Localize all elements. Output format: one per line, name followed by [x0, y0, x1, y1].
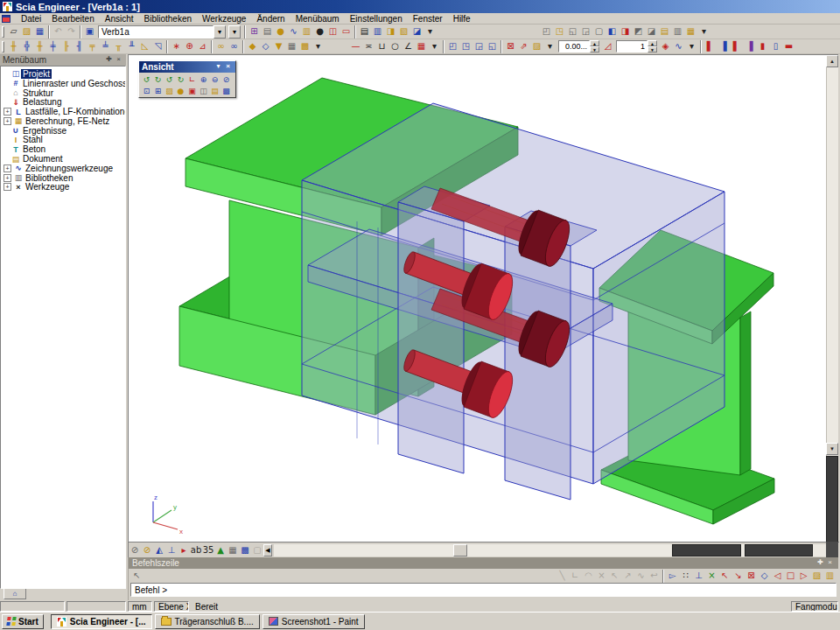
dropdown-arrow-icon[interactable]: ▾ [312, 40, 325, 53]
expand-icon[interactable]: + [4, 183, 11, 191]
hatch-tool-icon[interactable]: ▦ [415, 40, 428, 53]
ortho-icon[interactable]: ⊥ [692, 570, 705, 583]
snap-mid-icon[interactable]: × [705, 570, 718, 583]
terrain-icon[interactable]: ▲ [214, 544, 227, 556]
scrollbar-dark-thumb[interactable] [826, 456, 838, 542]
view-window-3-icon[interactable]: ◱ [566, 25, 579, 38]
member-2d-icon[interactable]: ◇ [259, 40, 272, 53]
copy-view-icon[interactable]: ◫ [198, 85, 209, 96]
open-drawing-icon[interactable]: ▨ [530, 40, 543, 53]
cursor-snap-icon[interactable]: ▻ [666, 570, 679, 583]
layout-window-icon[interactable]: ◫ [326, 25, 340, 38]
zoom-out-icon[interactable]: ⊖ [209, 74, 220, 85]
tree-item-bibliotheken[interactable]: +▥Bibliotheken [1, 173, 125, 183]
line-tool-icon[interactable]: — [349, 40, 362, 53]
scroll-down-icon[interactable]: ▼ [826, 443, 838, 455]
zoom-all-icon[interactable]: ⊞ [152, 85, 164, 96]
trim-tool-icon[interactable]: ⊿ [196, 40, 209, 53]
snap-node-icon[interactable]: ∗ [170, 40, 183, 53]
drawing-pencil-icon[interactable]: ◪ [410, 25, 424, 38]
snap-end-2-icon[interactable]: ↘ [732, 570, 745, 583]
beam-section-10-icon[interactable]: ╨ [125, 40, 138, 53]
rotate-free-icon[interactable]: ↺ [141, 74, 152, 85]
erase-icon[interactable]: ⊠ [504, 40, 517, 53]
view-window-11-icon[interactable]: ▥ [671, 25, 684, 38]
selection-arrow-icon[interactable]: ↖ [130, 570, 144, 583]
angle-spinner-value[interactable]: 0.00... [558, 40, 590, 52]
draw-close-icon[interactable]: × [595, 570, 608, 583]
view-window-9-icon[interactable]: ◪ [645, 25, 658, 38]
view-window-5-icon[interactable]: ▢ [592, 25, 606, 38]
dropdown-arrow-icon[interactable]: ▾ [428, 40, 441, 53]
corner-tl-icon[interactable]: ◰ [446, 40, 459, 53]
expand-icon[interactable]: + [4, 117, 11, 125]
clip-plane-icon[interactable]: ⊘ [129, 544, 141, 556]
close-icon[interactable]: × [825, 558, 835, 568]
tree-item-zeichnungswerkzeuge[interactable]: +∿Zeichnungswerkzeuge [1, 164, 125, 173]
spinner-down-icon[interactable]: ▼ [648, 46, 657, 52]
gallery-icon[interactable]: ◨ [384, 25, 397, 38]
draw-redo-icon[interactable]: ↗ [621, 570, 634, 583]
dim-2pt-icon[interactable]: ≍ [362, 40, 375, 53]
draw-polyline-icon[interactable]: ∟ [569, 570, 582, 583]
save-icon[interactable]: ▦ [33, 25, 46, 38]
project-combo-value[interactable]: Verb1a [98, 25, 214, 38]
start-button[interactable]: Start [2, 614, 44, 629]
zoom-in-icon[interactable]: ⊕ [198, 74, 209, 85]
circle-tool-icon[interactable]: ○ [388, 40, 402, 53]
menu-bibliotheken[interactable]: Bibliotheken [139, 14, 197, 24]
menu-menbaum[interactable]: Menübaum [290, 14, 345, 24]
beam-section-1-icon[interactable]: ╫ [7, 40, 20, 53]
tree-item-lastf-lle-lf-kombinationen[interactable]: +LLastfälle, LF-Kombinationen [1, 107, 125, 116]
tree-item-struktur[interactable]: ⌂Struktur [1, 88, 125, 98]
view-window-12-icon[interactable]: ▦ [684, 25, 697, 38]
calc-icon[interactable]: ▩ [298, 40, 312, 53]
connection-plates[interactable] [302, 103, 724, 500]
tree-item-projekt[interactable]: ◫Projekt [1, 69, 125, 79]
zoom-lock-icon[interactable]: ⊘ [220, 74, 232, 85]
pin-icon[interactable]: ✚ [104, 55, 114, 65]
taskbar-button-scia[interactable]: Scia Engineer - [... [51, 614, 152, 629]
clip-active-icon[interactable]: ⊘ [141, 544, 153, 556]
image-icon[interactable]: ▧ [397, 25, 410, 38]
dims-icon[interactable]: 35 [202, 544, 214, 556]
camera-icon[interactable]: ▣ [186, 85, 198, 96]
result-stress-icon[interactable]: ▮ [756, 40, 769, 53]
taskbar-button-folder[interactable]: Trägeranschluß B.... [155, 614, 260, 629]
tree-item-beton[interactable]: TBeton [1, 144, 125, 154]
mesh-icon[interactable]: ▦ [285, 40, 298, 53]
tree-item-stahl[interactable]: IStahl [1, 136, 125, 145]
corner-tr-icon[interactable]: ◳ [459, 40, 472, 53]
stiffener-icon[interactable]: ◹ [151, 40, 164, 53]
rotate-y-icon[interactable]: ↺ [164, 74, 175, 85]
expand-icon[interactable]: + [4, 108, 11, 116]
result-def-icon[interactable]: ▐ [743, 40, 756, 53]
tree-item-dokument[interactable]: ▤Dokument [1, 154, 125, 164]
member-1d-icon[interactable]: ◆ [246, 40, 259, 53]
spinner-down-icon[interactable]: ▼ [590, 46, 599, 52]
labels-icon[interactable]: ab [190, 544, 202, 556]
section-view-icon[interactable]: ◭ [153, 544, 165, 556]
draw-undo-icon[interactable]: ↖ [608, 570, 621, 583]
snap-ortho-icon[interactable]: ▷ [797, 570, 810, 583]
snap-perp-icon[interactable]: ◇ [758, 570, 771, 583]
corner-bl-icon[interactable]: ◱ [486, 40, 499, 53]
scrollbar-thumb[interactable] [453, 544, 467, 556]
menu-bearbeiten[interactable]: Bearbeiten [46, 14, 99, 24]
strip-collapse-icon[interactable]: ◀ [263, 544, 272, 556]
curve-icon[interactable]: ∿ [672, 40, 685, 53]
snap-intersect-icon[interactable]: ⊠ [745, 570, 758, 583]
collapse-icon[interactable]: ▾ [214, 62, 223, 72]
view-window-2-icon[interactable]: ◳ [553, 25, 566, 38]
dim-chain-icon[interactable]: ⊔ [375, 40, 388, 53]
snap-end-1-icon[interactable]: ↖ [718, 570, 732, 583]
beam-section-6-icon[interactable]: ╢ [73, 40, 86, 53]
ansicht-title-bar[interactable]: Ansicht ▾ × [139, 61, 235, 73]
fly-mode-icon[interactable]: ⇗ [517, 40, 530, 53]
snap-tangent-icon[interactable]: ◁ [771, 570, 784, 583]
menu-hilfe[interactable]: Hilfe [448, 14, 476, 24]
beam-section-5-icon[interactable]: ╟ [60, 40, 73, 53]
screen-icon[interactable]: ▩ [220, 85, 232, 96]
taskbar-button-paint[interactable]: Screenshot1 - Paint [262, 614, 365, 629]
beam-section-2-icon[interactable]: ╬ [20, 40, 33, 53]
